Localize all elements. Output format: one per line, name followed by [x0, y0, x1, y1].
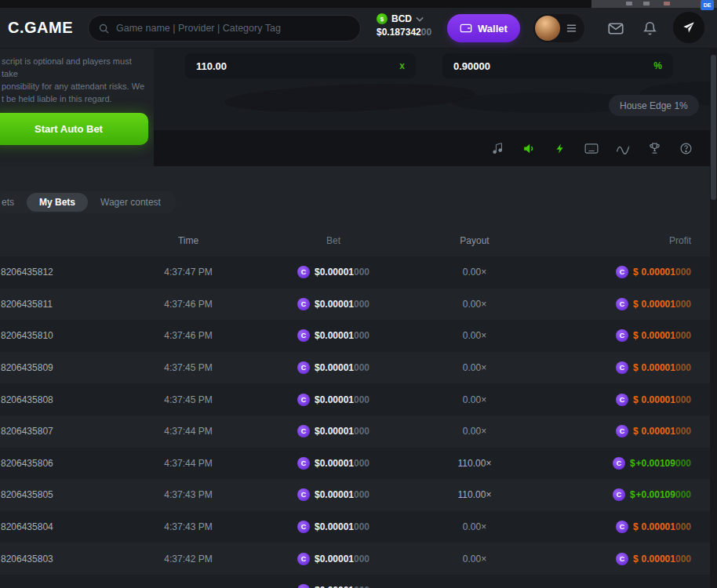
payout-multiplier-field[interactable]: x — [185, 53, 416, 78]
profit-main: 0.00001 — [642, 426, 675, 437]
site-logo[interactable]: C.GAME — [8, 19, 73, 37]
table-row[interactable]: 8206435812 4:37:47 PM C $0.00001000 0.00… — [0, 256, 710, 289]
search-input[interactable] — [116, 23, 351, 34]
bet-id: 8206435805 — [0, 489, 118, 500]
profit-cell: C $ +0.00109000 — [541, 457, 710, 470]
user-menu[interactable] — [533, 14, 584, 42]
profit-dim: 000 — [675, 362, 691, 373]
payout-value: 0.00× — [408, 426, 541, 437]
start-auto-bet-button[interactable]: Start Auto Bet — [0, 113, 148, 145]
bet-amount-main: $0.00001 — [315, 489, 354, 500]
bcd-coin-icon: C — [297, 361, 310, 374]
bcd-coin-icon: C — [616, 361, 628, 374]
game-canvas: x % House Edge 1% — [154, 49, 710, 130]
bcd-coin-icon: C — [616, 425, 628, 437]
messages-icon[interactable] — [608, 23, 624, 34]
payout-value: 0.00× — [408, 554, 541, 564]
close-icon[interactable] — [664, 2, 670, 5]
table-row[interactable]: 8206435810 4:37:46 PM C $0.00001000 0.00… — [0, 320, 710, 352]
sound-icon[interactable] — [522, 141, 536, 155]
profit-currency-symbol: $ — [633, 394, 639, 405]
bet-id: 8206435809 — [0, 362, 118, 373]
bet-amount-main: $0.00001 — [315, 330, 354, 341]
avatar[interactable] — [535, 16, 560, 41]
table-row[interactable]: 8206435809 4:37:45 PM C $0.00001000 0.00… — [0, 352, 710, 384]
header-profit: Profit — [541, 235, 710, 246]
bet-id: 8206435806 — [0, 458, 118, 469]
profit-cell: C $ +0.00109000 — [541, 488, 710, 501]
notifications-bell-icon[interactable] — [643, 21, 657, 36]
payout-multiplier-input[interactable] — [196, 60, 353, 72]
bet-time: 4:37:42 PM — [118, 554, 259, 564]
trends-wave-icon[interactable] — [616, 141, 630, 155]
payout-value: 0.00× — [408, 362, 541, 373]
bet-amount-dim: 000 — [354, 299, 369, 310]
bcd-coin-icon: C — [613, 457, 625, 470]
bet-amount-dim: 000 — [354, 521, 369, 532]
win-chance-input[interactable] — [453, 60, 610, 72]
table-row[interactable]: 8206435806 4:37:44 PM C $0.00001000 110.… — [0, 448, 710, 480]
search-icon — [98, 23, 110, 34]
bcd-coin-icon: C — [616, 298, 628, 310]
table-row[interactable]: C $0.00001000 C — [0, 575, 710, 588]
percent-suffix: % — [653, 60, 662, 71]
bet-amount-main: $0.00001 — [315, 521, 354, 532]
currency-code: BCD — [391, 13, 412, 24]
bet-time: 4:37:43 PM — [118, 521, 259, 532]
table-row[interactable]: 8206435807 4:37:44 PM C $0.00001000 0.00… — [0, 416, 710, 448]
header: C.GAME $ BCD $0.18734200 — [0, 8, 717, 49]
help-question-icon[interactable] — [679, 141, 693, 155]
currency-selector[interactable]: $ BCD $0.18734200 — [377, 13, 431, 38]
tab-wager-contest[interactable]: Wager contest — [93, 194, 169, 211]
bet-amount-dim: 000 — [354, 489, 369, 500]
profit-dim: 000 — [675, 489, 691, 500]
table-row[interactable]: 8206435811 4:37:46 PM C $0.00001000 0.00… — [0, 289, 710, 321]
profit-currency-symbol: $ — [633, 554, 639, 564]
bcd-coin-icon: C — [297, 584, 310, 588]
page-scrollbar[interactable] — [710, 49, 717, 588]
bet-time: 4:37:46 PM — [118, 299, 259, 310]
header-payout: Payout — [408, 235, 541, 246]
balance-dim-digits: 00 — [421, 27, 431, 38]
profit-dim: 000 — [675, 426, 691, 437]
bcd-coin-icon: C — [297, 488, 310, 501]
search-bar[interactable] — [88, 15, 361, 42]
browser-strip — [0, 0, 717, 8]
table-row[interactable]: 8206435805 4:37:43 PM C $0.00001000 110.… — [0, 479, 710, 511]
payout-value: 0.00× — [408, 330, 541, 341]
payout-value: 0.00× — [408, 394, 541, 405]
wallet-button[interactable]: Wallet — [447, 14, 520, 42]
profit-currency-symbol: $ — [633, 299, 639, 310]
leaderboard-trophy-icon[interactable] — [647, 141, 661, 155]
minimize-icon[interactable] — [626, 2, 632, 5]
tab-all-bets[interactable]: ets — [0, 194, 22, 211]
bc-game-app: DE C.GAME $ BCD $0.18734200 — [0, 0, 717, 588]
bcd-coin-icon: C — [613, 488, 625, 501]
hotkeys-keyboard-icon[interactable] — [584, 141, 599, 155]
tab-my-bets[interactable]: My Bets — [27, 193, 88, 212]
profit-main: +0.00109 — [636, 458, 675, 469]
chat-toggle-button[interactable] — [673, 12, 704, 43]
browser-extension-badge[interactable]: DE — [701, 0, 714, 10]
profit-currency-symbol: $ — [630, 489, 635, 500]
maximize-icon[interactable] — [643, 2, 650, 5]
bet-time: 4:37:44 PM — [118, 426, 259, 437]
table-row[interactable]: 8206435804 4:37:43 PM C $0.00001000 0.00… — [0, 511, 710, 543]
table-row[interactable]: 8206435803 4:37:42 PM C $0.00001000 0.00… — [0, 543, 710, 575]
bet-amount-main: $0.00001 — [315, 426, 354, 437]
payout-value: 0.00× — [408, 299, 541, 310]
profit-cell: C $ 0.00001000 — [541, 266, 710, 278]
bets-table-body: 8206435812 4:37:47 PM C $0.00001000 0.00… — [0, 256, 710, 588]
header-bet: Bet — [259, 235, 408, 246]
header-time: Time — [118, 235, 259, 246]
win-chance-field[interactable]: % — [442, 53, 673, 78]
profit-dim: 000 — [675, 330, 691, 341]
music-note-icon[interactable] — [490, 141, 504, 155]
profit-dim: 000 — [675, 394, 691, 405]
bets-tabs: ets My Bets Wager contest — [0, 191, 177, 213]
scrollbar-thumb[interactable] — [711, 55, 716, 200]
profit-cell: C $ 0.00001000 — [541, 329, 710, 342]
bcd-coin-icon: C — [616, 553, 628, 565]
turbo-bolt-icon[interactable] — [553, 141, 567, 155]
table-row[interactable]: 8206435808 4:37:45 PM C $0.00001000 0.00… — [0, 383, 710, 416]
